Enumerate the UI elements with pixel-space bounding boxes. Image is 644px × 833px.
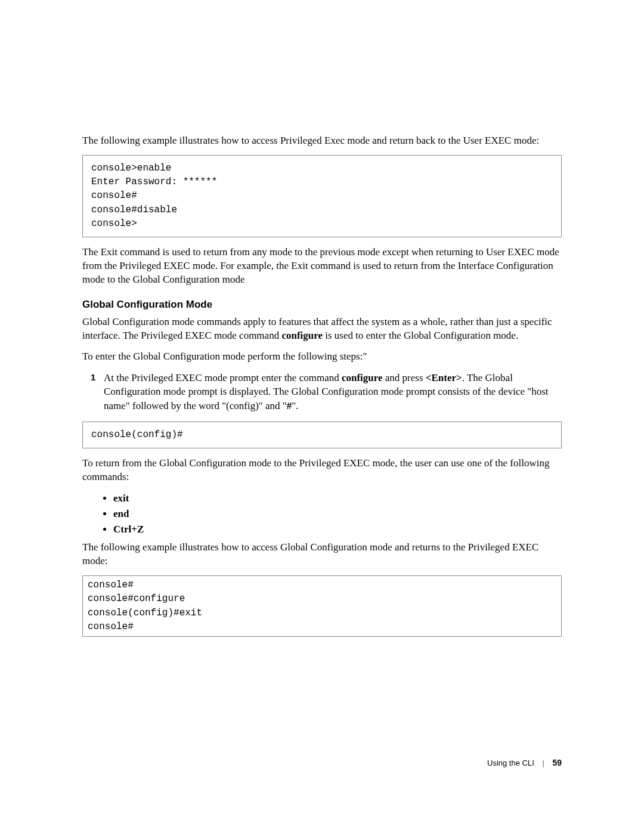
gcm-description: Global Configuration mode commands apply… <box>82 315 562 343</box>
numbered-steps: 1 At the Privileged EXEC mode prompt ent… <box>82 371 562 413</box>
example2-intro: The following example illustrates how to… <box>82 541 562 568</box>
footer-section-label: Using the CLI <box>487 758 534 767</box>
code-example-configure-exit: console# console#configure console(confi… <box>82 575 562 637</box>
page-number: 59 <box>552 758 562 767</box>
intro-paragraph: The following example illustrates how to… <box>82 134 562 148</box>
code-example-enable: console>enable Enter Password: ****** co… <box>82 155 562 237</box>
text-fragment: and press <box>383 372 426 383</box>
text-fragment: ". <box>292 400 298 411</box>
gcm-steps-intro: To enter the Global Configuration mode p… <box>82 350 562 364</box>
step-marker: 1 <box>91 371 95 383</box>
configure-keyword: configure <box>342 372 383 383</box>
footer-separator: | <box>542 758 544 767</box>
exit-command-paragraph: The Exit command is used to return from … <box>82 246 562 287</box>
command-ctrl-z: Ctrl+Z <box>113 522 562 537</box>
page-footer: Using the CLI | 59 <box>487 758 562 767</box>
text-fragment: At the Privileged EXEC mode prompt enter… <box>104 372 342 383</box>
configure-keyword: configure <box>281 330 323 341</box>
command-end: end <box>113 507 562 521</box>
document-page: The following example illustrates how to… <box>0 0 644 833</box>
step-1: 1 At the Privileged EXEC mode prompt ent… <box>82 371 562 413</box>
code-example-config-prompt: console(config)# <box>82 422 562 448</box>
heading-global-config-mode: Global Configuration Mode <box>82 299 562 311</box>
text-fragment: is used to enter the Global Configuratio… <box>323 330 518 341</box>
command-exit: exit <box>113 491 562 506</box>
return-commands-list: exit end Ctrl+Z <box>82 491 562 536</box>
return-instructions: To return from the Global Configuration … <box>82 457 562 484</box>
hash-symbol: # <box>287 400 292 411</box>
enter-key: <Enter> <box>426 372 462 383</box>
